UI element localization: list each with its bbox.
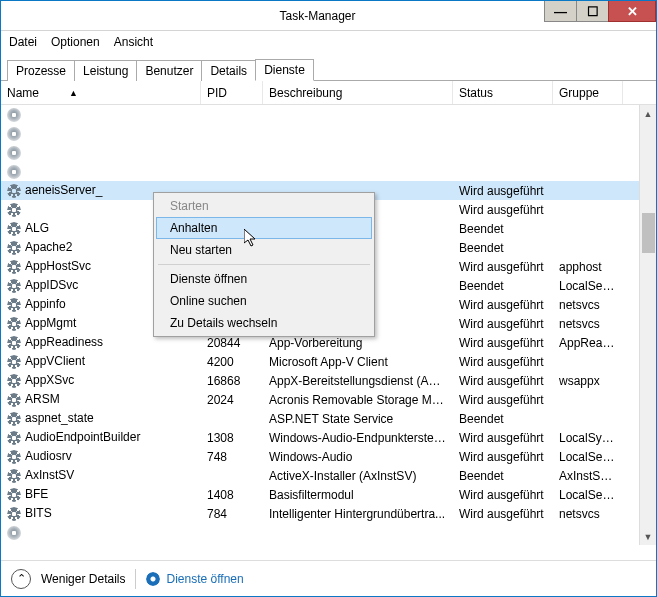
fewer-details-label[interactable]: Weniger Details — [41, 572, 125, 586]
tab-users[interactable]: Benutzer — [136, 60, 202, 81]
cell-desc: Windows-Audio — [269, 450, 352, 464]
maximize-button[interactable]: ☐ — [576, 0, 608, 22]
cell-desc: App-Vorbereitung — [269, 336, 362, 350]
minimize-button[interactable]: — — [544, 0, 576, 22]
cell-status: Beendet — [459, 222, 504, 236]
cell-name: AppVClient — [25, 354, 85, 368]
cell-status: Wird ausgeführt — [459, 431, 544, 445]
cell-desc: Basisfiltermodul — [269, 488, 354, 502]
cell-pid: 1408 — [207, 488, 234, 502]
table-row[interactable] — [1, 105, 656, 124]
ctx-to-details[interactable]: Zu Details wechseln — [156, 312, 372, 334]
cell-group: AxInstSVGroup — [559, 469, 623, 483]
tab-performance[interactable]: Leistung — [74, 60, 137, 81]
close-button[interactable]: ✕ — [608, 0, 656, 22]
cell-name: aeneisServer_ — [25, 183, 102, 197]
cell-name: AudioEndpointBuilder — [25, 430, 140, 444]
cell-name: AppReadiness — [25, 335, 103, 349]
open-services-link[interactable]: Dienste öffnen — [146, 572, 243, 586]
cell-group: LocalServiceN... — [559, 488, 623, 502]
ctx-restart[interactable]: Neu starten — [156, 239, 372, 261]
cell-group: apphost — [559, 260, 602, 274]
window-controls: — ☐ ✕ — [544, 1, 656, 30]
cell-name: AppXSvc — [25, 373, 74, 387]
menu-options[interactable]: Optionen — [51, 35, 100, 49]
cell-status: Wird ausgeführt — [459, 450, 544, 464]
table-row[interactable]: AxInstSVActiveX-Installer (AxInstSV)Been… — [1, 466, 656, 485]
cell-name: AppHostSvc — [25, 259, 91, 273]
cell-pid: 4200 — [207, 355, 234, 369]
scrollbar-thumb[interactable] — [642, 213, 655, 253]
table-row[interactable]: aspnet_stateASP.NET State ServiceBeendet — [1, 409, 656, 428]
menu-file[interactable]: Datei — [9, 35, 37, 49]
col-name[interactable]: Name▲ — [1, 81, 201, 104]
tab-processes[interactable]: Prozesse — [7, 60, 75, 81]
service-icon — [7, 203, 21, 217]
col-status[interactable]: Status — [453, 81, 553, 104]
cell-pid: 16868 — [207, 374, 240, 388]
footer-separator — [135, 569, 136, 589]
table-row[interactable] — [1, 143, 656, 162]
cell-name: Appinfo — [25, 297, 66, 311]
cell-status: Wird ausgeführt — [459, 393, 544, 407]
service-icon — [7, 317, 21, 331]
table-row[interactable]: Audiosrv748Windows-AudioWird ausgeführtL… — [1, 447, 656, 466]
table-row[interactable]: BITS784Intelligenter Hintergrundübertra.… — [1, 504, 656, 523]
service-icon — [7, 431, 21, 445]
service-icon — [7, 488, 21, 502]
ctx-separator — [158, 264, 370, 265]
open-services-label: Dienste öffnen — [166, 572, 243, 586]
service-icon — [7, 108, 21, 122]
scroll-down-icon[interactable]: ▼ — [640, 528, 656, 545]
footer: ⌃ Weniger Details Dienste öffnen — [1, 560, 656, 596]
col-group[interactable]: Gruppe — [553, 81, 623, 104]
cell-status: Wird ausgeführt — [459, 298, 544, 312]
service-icon — [7, 241, 21, 255]
fewer-details-icon[interactable]: ⌃ — [11, 569, 31, 589]
ctx-online-search[interactable]: Online suchen — [156, 290, 372, 312]
tab-services[interactable]: Dienste — [255, 59, 314, 81]
table-row[interactable] — [1, 162, 656, 181]
cell-desc: Acronis Removable Storage Man... — [269, 393, 453, 407]
cell-pid: 20844 — [207, 336, 240, 350]
col-pid[interactable]: PID — [201, 81, 263, 104]
cell-status: Wird ausgeführt — [459, 355, 544, 369]
cell-desc: ActiveX-Installer (AxInstSV) — [269, 469, 416, 483]
col-desc[interactable]: Beschreibung — [263, 81, 453, 104]
table-row[interactable]: AppVClient4200Microsoft App-V ClientWird… — [1, 352, 656, 371]
window-title: Task-Manager — [91, 9, 544, 23]
table-row[interactable]: AudioEndpointBuilder1308Windows-Audio-En… — [1, 428, 656, 447]
cell-group: AppReadiness — [559, 336, 623, 350]
cell-pid: 1308 — [207, 431, 234, 445]
cell-status: Wird ausgeführt — [459, 488, 544, 502]
titlebar: Task-Manager — ☐ ✕ — [1, 1, 656, 31]
table-row[interactable] — [1, 523, 656, 542]
menu-view[interactable]: Ansicht — [114, 35, 153, 49]
tab-bar: Prozesse Leistung Benutzer Details Diens… — [1, 53, 656, 81]
table-row[interactable]: AppXSvc16868AppX-Bereitstellungsdienst (… — [1, 371, 656, 390]
cell-pid: 2024 — [207, 393, 234, 407]
cell-group: LocalServiceN... — [559, 450, 623, 464]
vertical-scrollbar[interactable]: ▲ ▼ — [639, 105, 656, 545]
cell-status: Wird ausgeführt — [459, 317, 544, 331]
service-icon — [7, 374, 21, 388]
scroll-up-icon[interactable]: ▲ — [640, 105, 656, 122]
ctx-open-services[interactable]: Dienste öffnen — [156, 268, 372, 290]
table-row[interactable] — [1, 124, 656, 143]
cell-desc: Microsoft App-V Client — [269, 355, 388, 369]
cell-group: LocalSystemN... — [559, 431, 623, 445]
ctx-stop[interactable]: Anhalten — [156, 217, 372, 239]
cell-group: netsvcs — [559, 298, 600, 312]
table-row[interactable]: ARSM2024Acronis Removable Storage Man...… — [1, 390, 656, 409]
tab-details[interactable]: Details — [201, 60, 256, 81]
service-icon — [7, 260, 21, 274]
cell-name: BFE — [25, 487, 48, 501]
ctx-start: Starten — [156, 195, 372, 217]
service-icon — [7, 355, 21, 369]
service-icon — [7, 450, 21, 464]
service-icon — [7, 298, 21, 312]
cell-name: AppIDSvc — [25, 278, 78, 292]
service-icon — [7, 469, 21, 483]
table-row[interactable]: BFE1408BasisfiltermodulWird ausgeführtLo… — [1, 485, 656, 504]
service-icon — [7, 146, 21, 160]
